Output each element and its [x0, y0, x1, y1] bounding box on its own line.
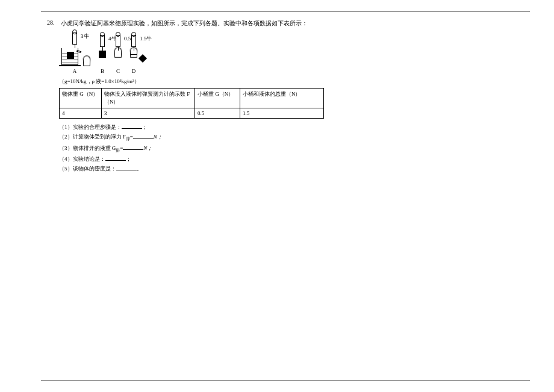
q5-pre: （5）该物体的密度是：: [59, 166, 116, 172]
bucket-icon: [83, 59, 91, 66]
q2-pre: （2）计算物体受到的浮力 F: [59, 134, 126, 140]
apparatus-c: 0.5牛 C: [114, 35, 122, 74]
apparatus-a: 3牛 A: [59, 33, 90, 74]
blank-input[interactable]: [122, 123, 142, 129]
bucket-icon: [114, 51, 122, 58]
blank-input[interactable]: [123, 144, 143, 150]
header-c1: 物体重 G（N）: [60, 89, 102, 108]
header-c2: 物体没入液体时弹簧测力计的示数 F（N）: [102, 89, 195, 108]
question-stem: 小虎同学验证阿基米德原理实验，如图所示，完成下列各题。实验中和各项数据如下表所示…: [61, 20, 308, 26]
header-c4: 小桶和液体的总重（N）: [240, 89, 324, 108]
blank-input[interactable]: [133, 132, 154, 138]
q2-post: N；: [154, 134, 163, 140]
q5-post: 。: [137, 166, 142, 172]
experiment-diagram: 3牛 A 4牛: [59, 33, 432, 74]
block-icon: [99, 51, 106, 58]
q4-pre: （4）实验结论是：: [59, 156, 105, 162]
sub-questions: （1）实验的合理步骤是：； （2）计算物体受到的浮力 F浮=N； （3）物体排开…: [59, 122, 432, 173]
question-block: 28. 小虎同学验证阿基米德原理实验，如图所示，完成下列各题。实验中和各项数据如…: [47, 19, 432, 173]
cell-c4: 1.5: [240, 108, 324, 119]
spring-scale-icon: [116, 35, 120, 47]
q1-pre: （1）实验的合理步骤是：: [59, 124, 122, 130]
q4-post: ；: [126, 156, 131, 162]
bottom-rule: [41, 381, 530, 381]
label-b: B: [101, 68, 104, 74]
blank-input[interactable]: [105, 155, 126, 161]
q1-post: ；: [142, 124, 148, 130]
blank-input[interactable]: [116, 164, 137, 170]
spring-scale-icon: [100, 35, 105, 47]
top-rule: [41, 11, 530, 11]
pour-block-icon: [138, 54, 147, 63]
cell-c3: 0.5: [195, 108, 240, 119]
q2-sub: 浮: [126, 137, 130, 142]
subq-5: （5）该物体的密度是：。: [59, 164, 432, 173]
apparatus-d: 1.5牛 D: [130, 35, 137, 74]
subq-1: （1）实验的合理步骤是：；: [59, 122, 432, 132]
question-number: 28.: [47, 19, 59, 26]
header-c3: 小桶重 G（N）: [195, 89, 240, 108]
subq-2: （2）计算物体受到的浮力 F浮=N；: [59, 132, 432, 143]
q3-post: N；: [143, 145, 152, 151]
table-data-row: 4 3 0.5 1.5: [60, 108, 324, 119]
subq-4: （4）实验结论是：；: [59, 154, 432, 164]
label-a: A: [73, 68, 77, 74]
table-header-row: 物体重 G（N） 物体没入液体时弹簧测力计的示数 F（N） 小桶重 G（N） 小…: [60, 89, 324, 108]
reading-d: 1.5牛: [140, 35, 152, 43]
reading-a: 3牛: [81, 33, 89, 40]
cell-c2: 3: [102, 108, 195, 119]
beaker-icon: [61, 48, 78, 65]
spring-scale-icon: [72, 33, 77, 45]
q3-pre: （3）物体排开的液重 G: [59, 145, 116, 151]
cell-c1: 4: [60, 108, 102, 119]
label-c: C: [116, 68, 120, 74]
spring-scale-icon: [131, 35, 136, 47]
bucket-filled-icon: [130, 51, 138, 58]
block-icon: [67, 52, 74, 59]
subq-3: （3）物体排开的液重 G排=N；: [59, 143, 432, 154]
data-table: 物体重 G（N） 物体没入液体时弹簧测力计的示数 F（N） 小桶重 G（N） 小…: [59, 88, 324, 119]
label-d: D: [132, 68, 136, 74]
constants-note: （g=10N/kg，ρ 液=1.0×10³kg/m³）: [59, 78, 432, 86]
apparatus-b: 4牛 B: [99, 35, 106, 74]
